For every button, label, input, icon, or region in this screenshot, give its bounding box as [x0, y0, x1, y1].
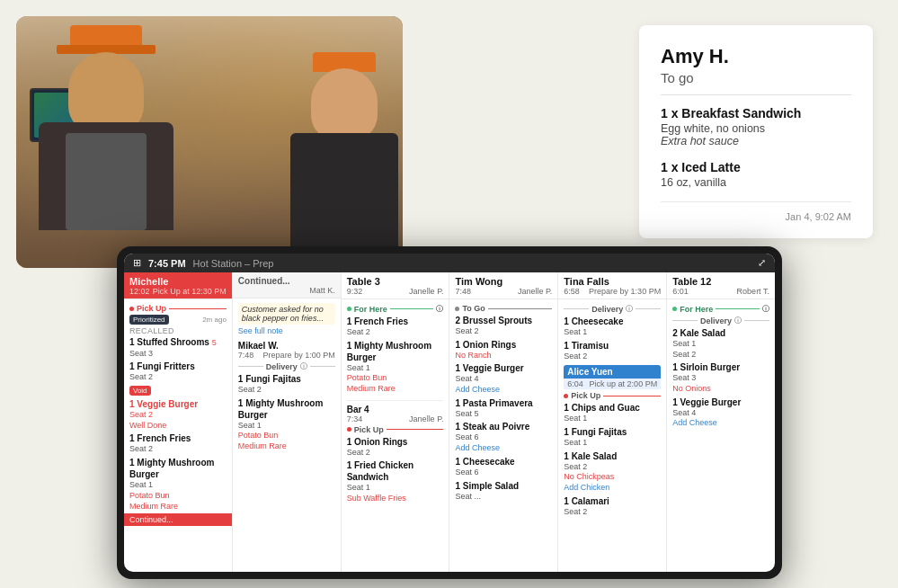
tina-item-1: 1 Cheesecake Seat 1 [564, 316, 661, 338]
receipt-item-2-qty: 1 x [661, 160, 681, 174]
col-table12-body: For Here ⓘ Delivery ⓘ 2 Kale Salad Seat … [667, 299, 775, 572]
col-table3-header: Table 3 9:32Janelle P. [342, 272, 449, 299]
michelle-item-2: 1 Fungi Fritters Seat 2 [129, 361, 227, 383]
mikael-delivery-bar: Delivery ⓘ [238, 361, 335, 371]
receipt-timestamp: Jan 4, 9:02 AM [661, 201, 851, 222]
michelle-item-3: 1 Veggie Burger Seat 2 Well Done [129, 398, 227, 431]
col-michelle-body: Pick Up Prioritized 2m ago Recalled 1 St… [124, 299, 232, 572]
receipt-item-2-title: 1 x Iced Latte [661, 160, 851, 174]
col-table12-header: Table 12 6:01Robert T. [667, 272, 775, 299]
alice-item-2: 1 Fungi Fajitas Seat 1 [564, 426, 661, 449]
timwong-item-4: 1 Pasta Primavera Seat 5 [455, 397, 552, 420]
table12-forhere-bar: For Here ⓘ [672, 304, 769, 314]
receipt-item-1: 1 x Breakfast Sandwich Egg white, no oni… [661, 106, 851, 147]
table3-item-2: 1 Mighty Mushroom Burger Seat 1 Potato B… [347, 340, 444, 395]
bar4-item-1: 1 Onion Rings Seat 2 [347, 436, 444, 459]
alice-item-3: 1 Kale Salad Seat 2 No Chickpeas Add Chi… [564, 450, 661, 494]
receipt-order-type: To go [661, 70, 851, 85]
timwong-item-2: 1 Onion Rings No Ranch [455, 339, 552, 361]
table12-item-1: 2 Kale Salad Seat 1 Seat 2 [672, 327, 769, 360]
kds-time: 7:45 PM [148, 258, 186, 269]
kds-col-michelle: Michelle 12:02 Pick Up at 12:30 PM Pick … [124, 272, 233, 572]
receipt-item-1-name: Breakfast Sandwich [681, 106, 801, 120]
receipt-card: Amy H. To go 1 x Breakfast Sandwich Egg … [639, 25, 873, 238]
table12-item-3: 1 Veggie Burger Seat 4 Add Cheese [672, 396, 769, 429]
kds-col-table3: Table 3 9:32Janelle P. For Here ⓘ 1 Fren… [342, 272, 450, 572]
badge-void: Void [129, 386, 151, 396]
col-table3-body: For Here ⓘ 1 French Fries Seat 2 1 Might… [342, 299, 449, 572]
person1-head [68, 52, 144, 133]
table12-delivery-bar: Delivery ⓘ [672, 316, 769, 325]
timwong-item-7: 1 Simple Salad Seat ... [455, 480, 552, 503]
alice-item-1: 1 Chips and Guac Seat 1 [564, 402, 661, 424]
alice-item-4: 1 Calamari Seat 2 [564, 495, 661, 518]
receipt-item-1-note1: Egg white, no onions [661, 122, 851, 135]
col-tina-body: Delivery ⓘ 1 Cheesecake Seat 1 1 Tiramis… [558, 299, 666, 572]
timwong-item-6: 1 Cheesecake Seat 6 [455, 456, 552, 478]
badge-prioritized: Prioritized [129, 315, 169, 325]
mikael-item-2: 1 Mighty Mushroom Burger Seat 1 Potato B… [238, 397, 335, 452]
receipt-item-1-note2: Extra hot sauce [661, 135, 851, 147]
kds-header: ⊞ 7:45 PM Hot Station – Prep ⤢ [124, 254, 775, 272]
col-continued-body: Customer asked for no black pepper on fr… [233, 298, 341, 572]
alice-pickup-bar: Pick Up [564, 391, 661, 400]
col-tina-header: Tina Falls 6:58Prepare by 1:30 PM [558, 272, 666, 299]
recalled-label: Recalled [129, 326, 227, 335]
michelle-item-1: 1 Stuffed Shrooms 5 Seat 3 [129, 336, 227, 359]
table12-item-2: 1 Sirloin Burger Seat 3 No Onions [672, 361, 769, 394]
col-timwong-header: Tim Wong 7:48Janelle P. [449, 272, 557, 299]
kitchen-photo [16, 16, 403, 268]
timwong-item-1: 2 Brussel Sprouts Seat 2 [455, 315, 552, 337]
kds-col-tina: Tina Falls 6:58Prepare by 1:30 PM Delive… [558, 272, 667, 572]
bar4-pickup-bar: Pick Up [347, 425, 444, 434]
see-full-note[interactable]: See full note [238, 326, 335, 335]
michelle-continued: Continued... [124, 513, 232, 526]
receipt-item-1-qty: 1 x [661, 106, 681, 120]
customer-note: Customer asked for no black pepper on fr… [238, 303, 335, 325]
col-continued-header: Continued... Matt K. [233, 272, 341, 298]
kds-col-table12: Table 12 6:01Robert T. For Here ⓘ Delive [667, 272, 775, 572]
timwong-item-3: 1 Veggie Burger Seat 4 Add Cheese [455, 362, 552, 395]
receipt-item-2-name: Iced Latte [681, 160, 740, 174]
kds-grid: Michelle 12:02 Pick Up at 12:30 PM Pick … [124, 272, 775, 572]
table3-forhere-bar: For Here ⓘ [347, 304, 444, 314]
kds-tablet: ⊞ 7:45 PM Hot Station – Prep ⤢ Michelle … [117, 246, 782, 579]
tina-item-2: 1 Tiramisu Seat 2 [564, 340, 661, 362]
kds-expand-icon[interactable]: ⤢ [758, 257, 766, 269]
receipt-item-1-title: 1 x Breakfast Sandwich [661, 106, 851, 120]
receipt-item-2: 1 x Iced Latte 16 oz, vanilla [661, 160, 851, 189]
grid-icon: ⊞ [133, 257, 141, 269]
michelle-item-5: 1 Mighty Mushroom Burger Seat 1 Potato B… [129, 457, 227, 512]
person2-head [311, 68, 378, 140]
receipt-customer-name: Amy H. [661, 45, 851, 68]
kds-col-timwong: Tim Wong 7:48Janelle P. To Go 2 Brussel … [449, 272, 558, 572]
person1-apron [66, 133, 147, 230]
kds-col-continued: Continued... Matt K. Customer asked for … [233, 272, 342, 572]
continued-mikael: Mikael W. 7:48Prepare by 1:00 PM [238, 341, 335, 360]
timwong-item-5: 1 Steak au Poivre Seat 6 Add Cheese [455, 421, 552, 453]
col-michelle-header: Michelle 12:02 Pick Up at 12:30 PM [124, 272, 232, 299]
mikael-item-1: 1 Fungi Fajitas Seat 2 [238, 373, 335, 396]
kds-station: Hot Station – Prep [193, 258, 274, 269]
michelle-pickup-bar: Pick Up [129, 304, 227, 313]
table3-item-1: 1 French Fries Seat 2 [347, 316, 444, 338]
receipt-item-2-note1: 16 oz, vanilla [661, 176, 851, 189]
alice-section-header: Alice Yuen 6:04Pick up at 2:00 PM [564, 365, 661, 389]
michelle-item-4: 1 French Fries Seat 2 [129, 432, 227, 455]
bar4-item-2: 1 Fried Chicken Sandwich Seat 1 Sub Waff… [347, 459, 444, 503]
tina-delivery-bar: Delivery ⓘ [564, 304, 661, 314]
col-timwong-body: To Go 2 Brussel Sprouts Seat 2 1 Onion R… [449, 299, 557, 572]
kds-screen: ⊞ 7:45 PM Hot Station – Prep ⤢ Michelle … [124, 254, 775, 572]
timwong-togo-bar: To Go [455, 304, 552, 313]
bar4-section: Bar 4 7:34Janelle P. [347, 400, 444, 423]
